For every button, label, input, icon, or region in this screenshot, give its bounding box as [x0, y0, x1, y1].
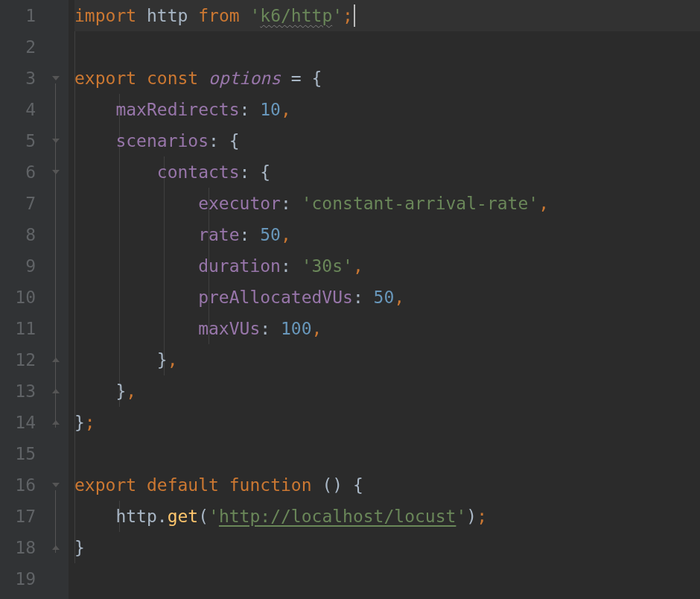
line-number: 15: [0, 438, 36, 469]
code-line[interactable]: http.get('http://localhost/locust');: [74, 501, 700, 532]
code-editor[interactable]: 1 2 3 4 5 6 7 8 9 10 11 12 13 14 15 16 1…: [0, 0, 700, 599]
code-line[interactable]: executor: 'constant-arrival-rate',: [74, 188, 700, 219]
code-line[interactable]: maxVUs: 100,: [74, 313, 700, 344]
code-line[interactable]: rate: 50,: [74, 219, 700, 250]
line-number: 5: [0, 125, 36, 156]
code-line[interactable]: },: [74, 375, 700, 407]
code-line[interactable]: export default function () {: [74, 469, 700, 501]
line-number: 11: [0, 313, 36, 344]
line-number: 19: [0, 563, 36, 595]
code-line[interactable]: [74, 31, 700, 63]
line-number: 10: [0, 282, 36, 313]
line-number: 16: [0, 469, 36, 501]
fold-close-icon[interactable]: [51, 355, 63, 367]
line-number: 7: [0, 188, 36, 219]
line-number-gutter: 1 2 3 4 5 6 7 8 9 10 11 12 13 14 15 16 1…: [0, 0, 48, 599]
code-line[interactable]: maxRedirects: 10,: [74, 94, 700, 125]
code-line[interactable]: [74, 563, 700, 595]
code-line[interactable]: [74, 438, 700, 469]
code-line[interactable]: }: [74, 532, 700, 563]
fold-open-icon[interactable]: [51, 480, 63, 492]
line-number: 17: [0, 501, 36, 532]
fold-close-icon[interactable]: [51, 417, 63, 429]
line-number: 4: [0, 94, 36, 125]
code-line[interactable]: duration: '30s',: [74, 250, 700, 282]
code-line[interactable]: },: [74, 344, 700, 375]
line-number: 14: [0, 407, 36, 438]
fold-open-icon[interactable]: [51, 73, 63, 85]
code-line[interactable]: contacts: {: [74, 156, 700, 188]
line-number: 18: [0, 532, 36, 563]
line-number: 12: [0, 344, 36, 375]
text-caret: [354, 4, 355, 27]
line-number: 9: [0, 250, 36, 282]
code-line[interactable]: scenarios: {: [74, 125, 700, 156]
line-number: 3: [0, 63, 36, 94]
line-number: 1: [0, 0, 36, 31]
fold-open-icon[interactable]: [51, 136, 63, 148]
fold-close-icon[interactable]: [51, 386, 63, 398]
line-number: 6: [0, 156, 36, 188]
fold-gutter: [48, 0, 69, 599]
code-line[interactable]: import http from 'k6/http';: [74, 0, 700, 31]
fold-open-icon[interactable]: [51, 167, 63, 179]
code-line[interactable]: };: [74, 407, 700, 438]
code-content[interactable]: import http from 'k6/http'; export const…: [69, 0, 700, 599]
fold-close-icon[interactable]: [51, 542, 63, 554]
line-number: 8: [0, 219, 36, 250]
line-number: 13: [0, 375, 36, 407]
code-line[interactable]: preAllocatedVUs: 50,: [74, 282, 700, 313]
code-line[interactable]: export const options = {: [74, 63, 700, 94]
line-number: 2: [0, 31, 36, 63]
